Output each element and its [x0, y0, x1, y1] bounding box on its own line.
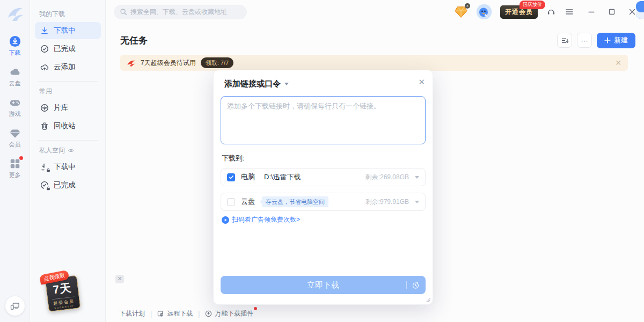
- link-input-textarea[interactable]: [221, 96, 426, 144]
- sidebar-section-my-downloads: 我的下载: [39, 10, 105, 19]
- watch-ad-label: 扫码看广告领免费次数>: [232, 215, 300, 224]
- new-task-label: 新建: [614, 35, 628, 45]
- close-button[interactable]: [628, 8, 636, 16]
- rail-item-label: 下载: [9, 49, 21, 57]
- maximize-button[interactable]: [608, 8, 616, 16]
- page-title: 无任务: [120, 34, 148, 47]
- film-reel-icon: [40, 104, 49, 112]
- submit-divider: [406, 281, 407, 289]
- dialog-title: 添加链接或口令: [224, 79, 281, 89]
- notification-dot: [19, 156, 23, 160]
- dialog-resize-handle[interactable]: [426, 297, 430, 302]
- path-dropdown-caret-icon[interactable]: [415, 176, 419, 179]
- sidebar-section-private-space[interactable]: 私人空间: [39, 146, 105, 155]
- avatar-bird-icon: [477, 4, 492, 19]
- cloud-save-tag: 存云盘，节省电脑空间: [262, 196, 328, 207]
- new-task-button[interactable]: 新建: [597, 33, 635, 48]
- sidebar-item-label: 已完成: [54, 44, 76, 54]
- more-actions-button[interactable]: ···: [577, 33, 592, 48]
- download-target-cloud-row[interactable]: 云盘 存云盘，节省电脑空间 剩余:979.91GB: [221, 193, 426, 211]
- completed-lock-icon: [40, 181, 49, 189]
- sidebar-item-label: 片库: [54, 103, 68, 113]
- trash-icon: [40, 122, 49, 130]
- lock-glyph: [46, 168, 50, 172]
- sort-icon: [561, 36, 569, 45]
- footer-link-label: 万能下载插件: [215, 309, 253, 318]
- cloud-add-icon: [40, 63, 49, 71]
- vip-gem-button[interactable]: x: [454, 5, 468, 18]
- sidebar-section-common: 常用: [39, 87, 105, 96]
- rail-item-vip[interactable]: 会员: [0, 127, 30, 149]
- target-name: 云盘: [241, 197, 255, 207]
- rail-nav: 下载 云盘 游戏 会员 更多: [0, 35, 30, 179]
- header-right-cluster: x 开通会员 国庆放价: [454, 0, 636, 24]
- customer-service-icon[interactable]: [546, 7, 556, 17]
- download-target-pc-row[interactable]: 电脑 D:\迅雷下载 剩余:269.08GB: [221, 168, 426, 186]
- private-space-label: 私人空间: [39, 146, 65, 155]
- rail-item-download[interactable]: 下载: [0, 35, 30, 57]
- sort-button[interactable]: [557, 33, 572, 48]
- footer-universal-plugin[interactable]: 万能下载插件: [205, 309, 253, 318]
- title-dropdown-caret-icon[interactable]: [284, 83, 289, 85]
- minimize-button[interactable]: [587, 8, 596, 16]
- sidebar-item-downloading[interactable]: 下载中: [35, 22, 101, 39]
- downloading-lock-icon: [40, 163, 49, 171]
- sidebar-item-label: 回收站: [54, 121, 76, 131]
- banner-claim-badge[interactable]: 领取: 7/7: [201, 57, 233, 68]
- user-avatar[interactable]: [477, 4, 492, 19]
- banner-close-icon[interactable]: ✕: [615, 58, 621, 67]
- eye-icon[interactable]: [68, 147, 75, 154]
- cloud-checkbox-unchecked[interactable]: [227, 198, 235, 206]
- xunlei-logo-icon: [5, 4, 25, 24]
- edge-panel-handle[interactable]: [636, 1, 644, 19]
- open-vip-button[interactable]: 开通会员 国庆放价: [500, 5, 538, 19]
- downloading-icon: [40, 26, 49, 35]
- download-now-button[interactable]: 立即下载: [221, 276, 426, 294]
- plugin-icon: [205, 310, 212, 317]
- footer-links: 下载计划 | 远程下载 | 万能下载插件: [119, 309, 253, 318]
- sidebar-item-label: 下载中: [54, 26, 76, 35]
- rail-item-label: 会员: [9, 141, 21, 149]
- top-header: 搜索全网、下载、云盘或收藏地址 x 开通会员: [106, 0, 644, 24]
- sidebar-item-private-downloading[interactable]: 下载中: [35, 158, 101, 175]
- sidebar-item-private-completed[interactable]: 已完成: [35, 177, 101, 194]
- vip-trial-banner: 7天超级会员待试用 领取: 7/7 ✕: [120, 55, 628, 71]
- footer-download-plan[interactable]: 下载计划: [119, 309, 145, 318]
- sidebar-divider: [38, 140, 98, 141]
- device-transfer-button[interactable]: [5, 296, 25, 316]
- path-dropdown-caret-icon[interactable]: [415, 201, 419, 203]
- sidebar-item-label: 已完成: [54, 180, 76, 190]
- pc-checkbox-checked[interactable]: [227, 173, 235, 181]
- sidebar-item-film-library[interactable]: 片库: [35, 99, 101, 116]
- vip-sale-flag: 国庆放价: [519, 1, 545, 9]
- download-now-label: 立即下载: [307, 280, 339, 290]
- rail-item-games[interactable]: 游戏: [0, 97, 30, 118]
- vip-trial-promo-badge[interactable]: 点我领取 7天 超级会员 SUPERVIP: [45, 275, 80, 312]
- window-controls: [587, 8, 636, 16]
- dialog-close-icon[interactable]: ✕: [418, 78, 425, 86]
- footer-link-label: 下载计划: [119, 309, 145, 318]
- plus-icon: [604, 37, 611, 43]
- search-placeholder: 搜索全网、下载、云盘或收藏地址: [130, 8, 227, 17]
- phone-pc-icon: [10, 301, 20, 311]
- rail-item-more[interactable]: 更多: [0, 158, 30, 179]
- sidebar-item-completed[interactable]: 已完成: [35, 40, 101, 57]
- add-link-dialog: 添加链接或口令 ✕ 下载到: 电脑 D:\迅雷下载 剩余:269.08GB 云盘…: [213, 70, 433, 305]
- target-name: 电脑: [241, 172, 255, 182]
- rail-item-cloud-disk[interactable]: 云盘: [0, 66, 30, 87]
- promo-close-button[interactable]: ✕: [115, 275, 124, 283]
- footer-remote-download[interactable]: 远程下载: [157, 309, 193, 318]
- sidebar-divider: [38, 81, 98, 82]
- submit-side: [406, 276, 420, 294]
- timer-icon[interactable]: [412, 281, 420, 289]
- sidebar-item-cloud-add[interactable]: 云添加: [35, 58, 101, 76]
- rail-item-label: 游戏: [9, 110, 21, 118]
- search-icon: [120, 8, 127, 16]
- menu-icon[interactable]: [565, 7, 574, 17]
- sidebar: 我的下载 下载中 已完成 云添加 常用 片库 回收站 私人空间: [31, 0, 106, 322]
- completed-icon: [40, 45, 49, 53]
- sidebar-item-recycle-bin[interactable]: 回收站: [35, 118, 101, 135]
- search-input[interactable]: 搜索全网、下载、云盘或收藏地址: [114, 5, 247, 19]
- watch-ad-link[interactable]: 扫码看广告领免费次数>: [221, 215, 426, 224]
- target-path: D:\迅雷下载: [264, 172, 301, 182]
